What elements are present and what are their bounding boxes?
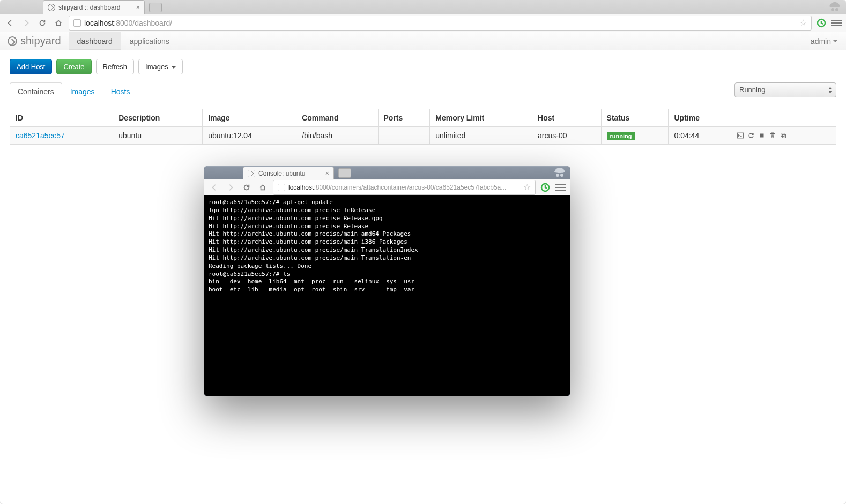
action-buttons: Add Host Create Refresh Images	[10, 59, 836, 74]
incognito-icon	[827, 1, 843, 13]
console-home-button[interactable]	[257, 182, 269, 193]
back-button[interactable]	[4, 17, 16, 29]
reload-button[interactable]	[36, 17, 48, 29]
col-uptime: Uptime	[669, 109, 731, 127]
col-id: ID	[10, 109, 113, 127]
cell-image: ubuntu:12.04	[203, 127, 296, 145]
col-command: Command	[296, 109, 378, 127]
tab-title: shipyard :: dashboard	[58, 4, 120, 11]
col-memory: Memory Limit	[430, 109, 532, 127]
console-url-text: localhost:8000/containers/attachcontaine…	[288, 184, 506, 191]
images-dropdown-button[interactable]: Images	[138, 59, 183, 74]
console-back-button[interactable]	[209, 182, 220, 193]
content-tabs: Containers Images Hosts Running ▴▾	[10, 82, 836, 100]
console-site-info-icon[interactable]	[278, 184, 285, 191]
cell-command: /bin/bash	[296, 127, 378, 145]
add-host-button[interactable]: Add Host	[10, 59, 52, 74]
console-chrome-menu-button[interactable]	[555, 182, 566, 193]
tab-hosts[interactable]: Hosts	[103, 82, 138, 100]
table-row: ca6521a5ec57 ubuntu ubuntu:12.04 /bin/ba…	[10, 127, 836, 145]
select-arrows-icon: ▴▾	[829, 86, 832, 94]
col-host: Host	[532, 109, 602, 127]
svg-rect-1	[737, 133, 743, 138]
clone-icon[interactable]	[780, 132, 787, 139]
page-content: Add Host Create Refresh Images Container…	[0, 50, 846, 153]
console-tab-title: Console: ubuntu	[258, 170, 305, 177]
brand-text: shipyard	[20, 35, 61, 47]
user-name: admin	[811, 37, 831, 46]
status-badge: running	[607, 132, 635, 140]
extension-icon[interactable]	[816, 18, 827, 28]
console-browser-toolbar: localhost:8000/containers/attachcontaine…	[204, 179, 570, 195]
status-filter-select[interactable]: Running ▴▾	[734, 82, 836, 97]
browser-tab-strip: shipyard :: dashboard ×	[0, 0, 846, 14]
cell-memory: unlimited	[430, 127, 532, 145]
filter-value: Running	[739, 86, 765, 94]
favicon-icon	[48, 4, 55, 11]
stop-icon[interactable]	[758, 132, 766, 139]
restart-icon[interactable]	[747, 132, 755, 139]
console-address-bar[interactable]: localhost:8000/containers/attachcontaine…	[273, 180, 536, 195]
cell-uptime: 0:04:44	[669, 127, 731, 145]
console-tab-active[interactable]: Console: ubuntu ×	[243, 167, 334, 179]
containers-table: ID Description Image Command Ports Memor…	[10, 109, 836, 145]
brand[interactable]: shipyard	[0, 32, 69, 50]
console-bookmark-star-icon[interactable]: ☆	[523, 182, 531, 192]
chevron-down-icon	[833, 40, 837, 42]
new-tab-button[interactable]	[149, 3, 162, 12]
cell-ports	[378, 127, 430, 145]
console-icon[interactable]	[737, 132, 744, 139]
cell-description: ubuntu	[113, 127, 203, 145]
col-image: Image	[203, 109, 296, 127]
console-tab-close-icon[interactable]: ×	[325, 169, 329, 177]
table-header-row: ID Description Image Command Ports Memor…	[10, 109, 836, 127]
console-new-tab-button[interactable]	[338, 168, 351, 178]
app-navbar: shipyard dashboard applications admin	[0, 32, 846, 50]
nav-applications[interactable]: applications	[121, 32, 178, 50]
brand-icon	[8, 36, 17, 46]
tab-images[interactable]: Images	[62, 82, 103, 100]
terminal-output[interactable]: root@ca6521a5ec57:/# apt-get update Ign …	[204, 195, 570, 396]
tab-close-icon[interactable]: ×	[136, 3, 140, 11]
url-text: localhost:8000/dashboard/	[84, 19, 172, 27]
browser-toolbar: localhost:8000/dashboard/ ☆	[0, 14, 846, 32]
console-incognito-icon	[552, 167, 568, 178]
home-button[interactable]	[53, 17, 64, 29]
console-browser-window[interactable]: Console: ubuntu × localhost:8000/contain…	[204, 166, 570, 396]
col-actions	[731, 109, 836, 127]
refresh-button[interactable]: Refresh	[96, 59, 135, 74]
row-actions	[737, 132, 830, 139]
site-info-icon[interactable]	[73, 19, 81, 27]
console-forward-button[interactable]	[225, 182, 236, 193]
svg-rect-2	[760, 134, 764, 138]
user-menu[interactable]: admin	[802, 32, 846, 50]
browser-tab-active[interactable]: shipyard :: dashboard ×	[43, 0, 145, 14]
console-extension-icon[interactable]	[540, 182, 551, 193]
chrome-menu-button[interactable]	[831, 18, 842, 28]
cell-host: arcus-00	[532, 127, 602, 145]
console-favicon-icon	[248, 170, 255, 177]
col-status: Status	[601, 109, 669, 127]
col-ports: Ports	[378, 109, 430, 127]
nav-dashboard[interactable]: dashboard	[69, 32, 121, 50]
console-reload-button[interactable]	[241, 182, 253, 193]
address-bar[interactable]: localhost:8000/dashboard/ ☆	[69, 16, 812, 31]
col-description: Description	[113, 109, 203, 127]
bookmark-star-icon[interactable]: ☆	[799, 18, 807, 28]
tab-containers[interactable]: Containers	[10, 82, 62, 100]
forward-button[interactable]	[20, 17, 32, 29]
destroy-icon[interactable]	[769, 132, 776, 139]
create-button[interactable]: Create	[56, 59, 91, 74]
console-tab-strip: Console: ubuntu ×	[204, 167, 570, 179]
container-id-link[interactable]: ca6521a5ec57	[16, 131, 65, 140]
